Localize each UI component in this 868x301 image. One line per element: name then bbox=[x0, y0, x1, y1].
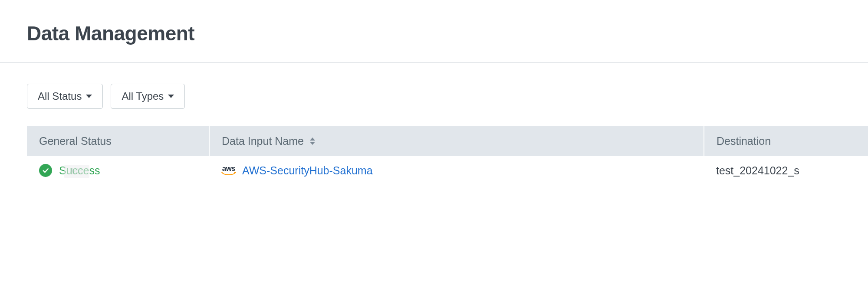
col-header-status[interactable]: General Status bbox=[27, 126, 209, 156]
filters-row: All Status All Types bbox=[0, 63, 868, 109]
page-title: Data Management bbox=[27, 22, 868, 45]
col-header-destination-label: Destination bbox=[717, 135, 771, 147]
table-header-row: General Status Data Input Name Destinati… bbox=[27, 126, 868, 156]
success-check-icon bbox=[39, 164, 52, 177]
input-name-link[interactable]: AWS-SecurityHub-Sakuma bbox=[242, 164, 373, 177]
status-filter-label: All Status bbox=[38, 90, 82, 102]
aws-icon-text: aws bbox=[222, 165, 236, 172]
cell-destination: test_20241022_s bbox=[704, 156, 868, 186]
data-table: General Status Data Input Name Destinati… bbox=[27, 126, 868, 186]
col-header-destination[interactable]: Destination bbox=[704, 126, 868, 156]
caret-down-icon bbox=[168, 95, 174, 98]
cell-input-name: aws AWS-SecurityHub-Sakuma bbox=[209, 156, 704, 186]
col-header-input-name-label: Data Input Name bbox=[222, 135, 304, 147]
status-filter-dropdown[interactable]: All Status bbox=[27, 84, 103, 109]
aws-icon: aws bbox=[221, 165, 236, 176]
types-filter-dropdown[interactable]: All Types bbox=[111, 84, 185, 109]
status-text: Success bbox=[59, 164, 100, 177]
cell-status: Success bbox=[27, 156, 209, 186]
table-row: Success aws AWS-SecurityHub-Sakuma test_… bbox=[27, 156, 868, 186]
types-filter-label: All Types bbox=[122, 90, 164, 102]
destination-text: test_20241022_s bbox=[716, 164, 799, 177]
page-header: Data Management bbox=[0, 0, 868, 63]
col-header-input-name[interactable]: Data Input Name bbox=[209, 126, 704, 156]
sort-icon bbox=[310, 137, 315, 145]
data-table-container: General Status Data Input Name Destinati… bbox=[27, 126, 868, 186]
caret-down-icon bbox=[86, 95, 92, 98]
col-header-status-label: General Status bbox=[39, 135, 112, 147]
